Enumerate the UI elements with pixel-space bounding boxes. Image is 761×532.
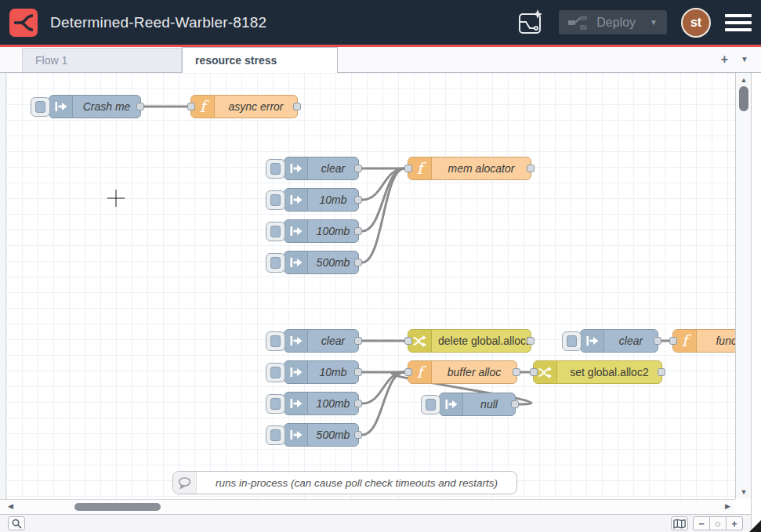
- output-port[interactable]: [513, 368, 520, 376]
- inject-icon: [284, 424, 308, 446]
- output-port[interactable]: [136, 103, 144, 110]
- node-label: clear: [604, 330, 658, 352]
- add-flow-button[interactable]: +: [721, 53, 728, 66]
- inject-button-face: [426, 399, 436, 411]
- node-clear-3[interactable]: clear: [580, 329, 658, 353]
- node-set-global-alloc2[interactable]: set global.alloc2: [533, 360, 662, 384]
- inject-trigger-button[interactable]: [266, 331, 285, 351]
- node-label: 500mb: [308, 252, 358, 273]
- node-100mb-1[interactable]: 100mb: [284, 219, 359, 243]
- output-port[interactable]: [658, 368, 665, 376]
- node-async-error[interactable]: fasync error: [190, 95, 298, 118]
- node-null[interactable]: null: [439, 393, 516, 416]
- output-port[interactable]: [354, 196, 362, 204]
- zoom-out-button[interactable]: −: [693, 516, 710, 530]
- node-comment[interactable]: runs in-process (can cause poll check ti…: [172, 471, 517, 494]
- node-label: clear: [308, 157, 358, 179]
- inject-button-face: [270, 163, 281, 175]
- inject-trigger-button[interactable]: [266, 425, 285, 445]
- ai-flow-icon[interactable]: [516, 9, 545, 37]
- main-menu-icon[interactable]: [725, 13, 752, 33]
- inject-icon: [284, 330, 308, 352]
- vertical-scrollbar[interactable]: ▲ ▼: [735, 73, 751, 499]
- output-port[interactable]: [654, 337, 661, 345]
- search-button[interactable]: [8, 516, 25, 530]
- output-port[interactable]: [527, 337, 535, 345]
- tab-resource-stress[interactable]: resource stress: [182, 47, 338, 73]
- wire-layer: [6, 73, 735, 499]
- inject-trigger-button[interactable]: [266, 222, 285, 241]
- input-port[interactable]: [404, 337, 412, 345]
- comment-icon: [173, 472, 197, 494]
- node-10mb-1[interactable]: 10mb: [284, 188, 359, 212]
- output-port[interactable]: [354, 259, 362, 266]
- input-port[interactable]: [404, 368, 412, 376]
- node-label: 500mb: [308, 424, 358, 446]
- resize-grip[interactable]: [749, 520, 761, 532]
- node-500mb-2[interactable]: 500mb: [284, 423, 359, 447]
- minimap-button[interactable]: [671, 516, 688, 530]
- scroll-down-icon[interactable]: ▼: [736, 488, 752, 496]
- scroll-right-icon[interactable]: ▶: [725, 502, 730, 510]
- scroll-up-icon[interactable]: ▲: [736, 76, 752, 84]
- node-label: buffer alloc: [432, 361, 516, 383]
- scroll-left-icon[interactable]: ◀: [8, 502, 13, 510]
- inject-trigger-button[interactable]: [266, 159, 285, 179]
- node-100mb-2[interactable]: 100mb: [284, 392, 359, 415]
- inject-trigger-button[interactable]: [31, 97, 50, 117]
- node-label: 10mb: [308, 361, 358, 383]
- inject-trigger-button[interactable]: [266, 190, 285, 210]
- deploy-button[interactable]: Deploy ▼: [559, 10, 667, 34]
- inject-icon: [49, 96, 73, 118]
- input-port[interactable]: [404, 165, 412, 172]
- node-500mb-1[interactable]: 500mb: [284, 251, 359, 274]
- vertical-scroll-thumb[interactable]: [739, 86, 748, 111]
- tab-flow-1[interactable]: Flow 1: [22, 48, 182, 72]
- zoom-in-button[interactable]: +: [726, 516, 743, 530]
- node-label: delete global.alloc2: [432, 330, 538, 352]
- zoom-reset-button[interactable]: ○: [709, 516, 727, 530]
- node-clear-2[interactable]: clear: [284, 329, 359, 353]
- app-logo[interactable]: [9, 9, 38, 37]
- input-port[interactable]: [669, 337, 677, 345]
- node-crash-me[interactable]: Crash me: [49, 95, 141, 118]
- inject-trigger-button[interactable]: [421, 395, 440, 414]
- node-function[interactable]: ffunction: [672, 329, 735, 353]
- inject-trigger-button[interactable]: [266, 363, 285, 382]
- deploy-caret-icon[interactable]: ▼: [643, 18, 658, 27]
- inject-icon: [581, 330, 604, 352]
- output-port[interactable]: [354, 431, 362, 439]
- user-avatar[interactable]: st: [681, 8, 711, 38]
- input-port[interactable]: [187, 103, 195, 110]
- flow-list-menu-button[interactable]: ▼: [741, 56, 748, 63]
- node-label: mem alocator: [432, 157, 531, 179]
- footer-toolbar: − ○ +: [0, 514, 751, 532]
- node-clear-1[interactable]: clear: [284, 157, 359, 180]
- output-port[interactable]: [354, 227, 362, 235]
- flow-canvas[interactable]: Crash mefasync errorclear10mb100mb500mbf…: [6, 73, 735, 499]
- output-port[interactable]: [527, 165, 535, 172]
- output-port[interactable]: [354, 368, 362, 376]
- horizontal-scrollbar[interactable]: ◀ ▶: [0, 499, 735, 514]
- node-label: 100mb: [308, 393, 358, 414]
- header-actions: Deploy ▼ st: [516, 8, 752, 38]
- node-10mb-2[interactable]: 10mb: [284, 360, 359, 384]
- search-icon: [12, 519, 22, 529]
- output-port[interactable]: [354, 337, 362, 345]
- inject-trigger-button[interactable]: [562, 331, 582, 351]
- output-port[interactable]: [293, 103, 301, 110]
- horizontal-scroll-thumb[interactable]: [74, 503, 161, 511]
- output-port[interactable]: [511, 400, 519, 408]
- output-port[interactable]: [354, 400, 362, 407]
- output-port[interactable]: [354, 165, 362, 172]
- inject-trigger-button[interactable]: [266, 394, 285, 414]
- sidebar-edge: [751, 73, 761, 532]
- node-label: set global.alloc2: [557, 361, 661, 383]
- node-delete-global-alloc2[interactable]: delete global.alloc2: [408, 329, 531, 353]
- input-port[interactable]: [530, 368, 538, 376]
- inject-button-face: [270, 226, 281, 237]
- node-buffer-alloc[interactable]: fbuffer alloc: [408, 360, 517, 384]
- crosshair-cursor: [107, 190, 125, 207]
- node-mem-alocator[interactable]: fmem alocator: [408, 157, 531, 180]
- inject-trigger-button[interactable]: [266, 253, 285, 273]
